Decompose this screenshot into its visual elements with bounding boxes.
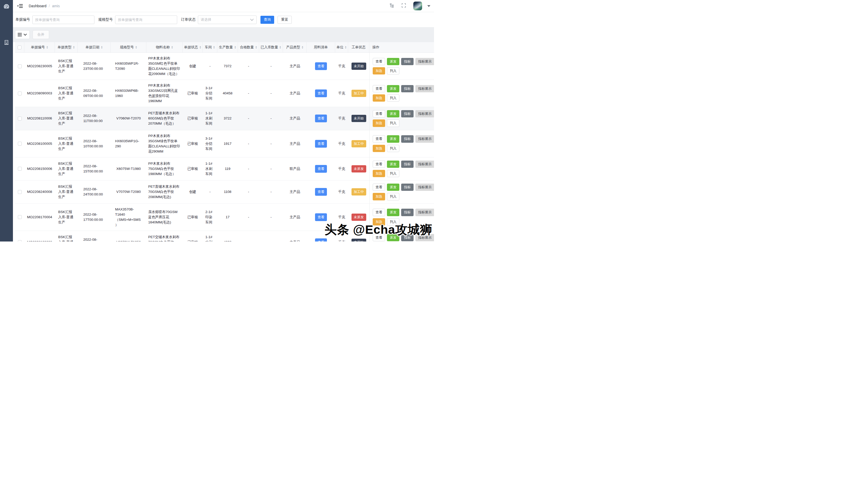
col-header-qty_in[interactable]: 已入库数量▲▼ (259, 42, 283, 53)
urgent-button[interactable]: 加急 (373, 170, 385, 177)
order-status-select[interactable]: 请选择 (198, 15, 256, 24)
sort-icon[interactable]: ▲▼ (73, 46, 75, 49)
select-all-checkbox[interactable] (18, 45, 22, 50)
view-button[interactable]: 查看 (373, 135, 385, 142)
view-button[interactable]: 查看 (373, 184, 385, 191)
cell-text: 主产品 (290, 64, 300, 69)
col-header-qty_ok[interactable]: 合格数量▲▼ (238, 42, 259, 53)
indicator-display-button[interactable]: 指标展示 (415, 85, 434, 92)
sort-icon[interactable]: ▲▼ (302, 46, 303, 49)
bom-view-button[interactable]: 查看 (315, 62, 327, 70)
row-checkbox[interactable] (18, 64, 22, 68)
column-settings-button[interactable] (15, 30, 30, 39)
bom-view-button[interactable]: 查看 (315, 238, 327, 242)
cell-text: 已审核 (187, 240, 198, 242)
indicator-display-button[interactable]: 指标展示 (415, 209, 434, 216)
row-checkbox[interactable] (18, 215, 22, 219)
indicator-display-button[interactable]: 指标展示 (415, 184, 434, 191)
col-header-doc_status[interactable]: 单据状态▲▼ (183, 42, 203, 53)
dispatch-button[interactable]: 派发 (387, 161, 399, 168)
sort-icon[interactable]: ▲▼ (101, 46, 103, 49)
bom-view-button[interactable]: 查看 (315, 165, 327, 173)
indicator-display-button[interactable]: 指标展示 (415, 58, 434, 65)
col-header-qty_prod[interactable]: 生产数量▲▼ (217, 42, 238, 53)
bom-view-button[interactable]: 查看 (315, 140, 327, 148)
sort-icon[interactable]: ▲▼ (234, 46, 236, 49)
row-checkbox[interactable] (18, 190, 22, 194)
judge-in-button[interactable]: 判入 (387, 67, 399, 74)
view-button[interactable]: 查看 (373, 209, 385, 216)
indicator-display-button[interactable]: 指标展示 (415, 135, 434, 142)
factory-building-icon[interactable] (0, 39, 13, 45)
row-checkbox[interactable] (18, 167, 22, 171)
indicator-button[interactable]: 指标 (401, 58, 413, 65)
indicator-display-button[interactable]: 指标展示 (415, 161, 434, 168)
dashboard-gauge-icon[interactable] (0, 3, 13, 10)
view-button[interactable]: 查看 (373, 110, 385, 118)
indicator-button[interactable]: 指标 (401, 135, 413, 142)
dispatch-button[interactable]: 派发 (387, 85, 399, 92)
view-button[interactable]: 查看 (373, 58, 385, 65)
sort-icon[interactable]: ▲▼ (199, 46, 201, 49)
col-header-product_type[interactable]: 产品类型▲▼ (283, 42, 307, 53)
col-header-workshop[interactable]: 车间▲▼ (203, 42, 217, 53)
cell-workshop: 3-1#分切车间 (203, 130, 217, 157)
sort-icon[interactable]: ▲▼ (135, 46, 137, 49)
reset-button[interactable]: 重置 (278, 16, 292, 24)
user-avatar[interactable] (413, 2, 422, 10)
urgent-button[interactable]: 加急 (373, 145, 385, 152)
row-checkbox[interactable] (18, 92, 22, 95)
bom-view-button[interactable]: 查看 (315, 188, 327, 196)
sort-icon[interactable]: ▲▼ (46, 46, 48, 49)
dispatch-button[interactable]: 派发 (387, 209, 399, 216)
sort-icon[interactable]: ▲▼ (345, 46, 347, 49)
row-checkbox[interactable] (18, 240, 22, 242)
query-button[interactable]: 查询 (260, 16, 274, 24)
judge-in-button[interactable]: 判入 (387, 120, 399, 127)
col-header-doc_no[interactable]: 单据编号▲▼ (24, 42, 55, 53)
judge-in-button[interactable]: 判入 (387, 170, 399, 177)
sidebar-toggle-icon[interactable] (18, 4, 23, 8)
judge-in-button[interactable]: 判入 (387, 193, 399, 200)
sort-icon[interactable]: ▲▼ (213, 46, 215, 49)
sort-icon[interactable]: ▲▼ (171, 46, 173, 49)
judge-in-button[interactable]: 判入 (387, 94, 399, 102)
doc-no-input[interactable] (32, 15, 94, 24)
indicator-button[interactable]: 指标 (401, 85, 413, 92)
merge-button[interactable]: 合并 (33, 30, 49, 39)
row-checkbox[interactable] (18, 142, 22, 146)
col-header-doc_date[interactable]: 单据日期▲▼ (78, 42, 111, 53)
col-header-unit[interactable]: 单位▲▼ (335, 42, 348, 53)
cell-qty_in: - (259, 53, 283, 79)
row-checkbox[interactable] (18, 117, 22, 121)
sort-icon[interactable]: ▲▼ (255, 46, 257, 49)
indicator-display-button[interactable]: 指标展示 (415, 110, 434, 118)
dispatch-button[interactable]: 派发 (387, 184, 399, 191)
indicator-button[interactable]: 指标 (401, 184, 413, 191)
bom-view-button[interactable]: 查看 (315, 115, 327, 122)
dispatch-button[interactable]: 派发 (387, 110, 399, 118)
urgent-button[interactable]: 加急 (373, 67, 385, 74)
bom-view-button[interactable]: 查看 (315, 90, 327, 97)
breadcrumb-dashboard[interactable]: Dashboard (29, 4, 46, 8)
indicator-button[interactable]: 指标 (401, 110, 413, 118)
urgent-button[interactable]: 加急 (373, 193, 385, 200)
col-header-material[interactable]: 物料名称▲▼ (146, 42, 183, 53)
col-header-spec[interactable]: 规格型号▲▼ (111, 42, 146, 53)
indicator-button[interactable]: 指标 (401, 209, 413, 216)
bom-view-button[interactable]: 查看 (315, 213, 327, 221)
user-menu-caret-icon[interactable] (427, 5, 430, 7)
indicator-button[interactable]: 指标 (401, 161, 413, 168)
sort-icon[interactable]: ▲▼ (279, 46, 281, 49)
urgent-button[interactable]: 加急 (373, 120, 385, 127)
dispatch-button[interactable]: 派发 (387, 135, 399, 142)
spec-input[interactable] (115, 15, 177, 24)
judge-in-button[interactable]: 判入 (387, 145, 399, 152)
fullscreen-icon[interactable] (401, 3, 406, 9)
col-header-doc_type[interactable]: 单据类型▲▼ (55, 42, 78, 53)
sitemap-icon[interactable] (389, 3, 394, 9)
view-button[interactable]: 查看 (373, 85, 385, 92)
view-button[interactable]: 查看 (373, 161, 385, 168)
urgent-button[interactable]: 加急 (373, 94, 385, 102)
dispatch-button[interactable]: 派发 (387, 58, 399, 65)
